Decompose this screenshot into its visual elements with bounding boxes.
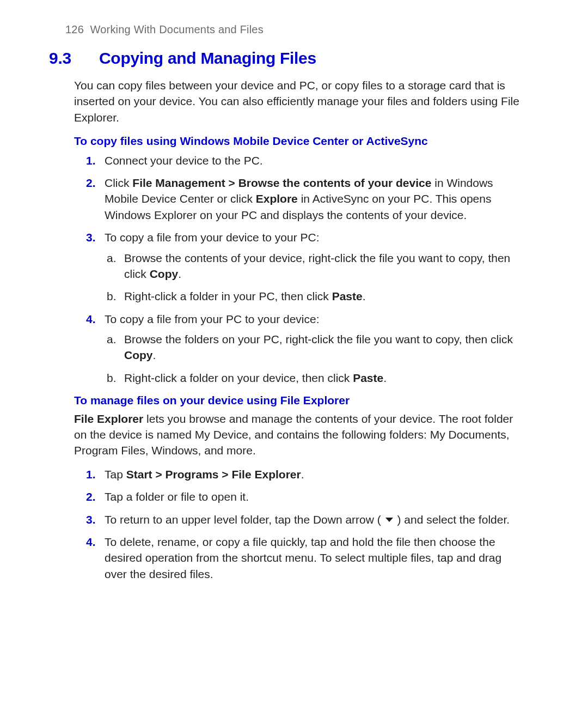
list-text: Right-click a folder in your PC, then cl…: [124, 290, 366, 302]
list-marker: a.: [107, 331, 117, 347]
list-marker: 1.: [86, 153, 96, 168]
list-marker: b.: [107, 370, 117, 386]
section-intro: You can copy files between your device a…: [74, 77, 525, 125]
list-text: Connect your device to the PC.: [105, 154, 263, 167]
list-marker: 3.: [86, 229, 96, 245]
section-heading: 9.3Copying and Managing Files: [99, 47, 525, 70]
list-text: To copy a file from your device to your …: [105, 231, 320, 244]
section-number: 9.3: [74, 47, 99, 70]
document-page: 126 Working With Documents and Files 9.3…: [0, 0, 588, 610]
section-title: Copying and Managing Files: [99, 49, 316, 67]
chapter-title: Working With Documents and Files: [90, 23, 264, 35]
list-item: 3. To copy a file from your device to yo…: [83, 229, 525, 305]
list-item: 3. To return to an upper level folder, t…: [83, 512, 525, 527]
list-text: To delete, rename, or copy a file quickl…: [105, 536, 501, 580]
list-text: Browse the contents of your device, righ…: [124, 252, 510, 280]
list-marker: b.: [107, 288, 117, 304]
list-item: a. Browse the contents of your device, r…: [105, 250, 525, 282]
list-marker: 2.: [86, 175, 96, 191]
page-number: 126: [65, 23, 84, 35]
sub-list: a. Browse the contents of your device, r…: [105, 250, 525, 305]
procedure-heading-copy: To copy files using Windows Mobile Devic…: [74, 133, 525, 149]
sub-list: a. Browse the folders on your PC, right-…: [105, 331, 525, 386]
list-item: b. Right-click a folder on your device, …: [105, 370, 525, 386]
procedure-list-copy: 1. Connect your device to the PC. 2. Cli…: [83, 153, 525, 386]
list-marker: 4.: [86, 311, 96, 327]
list-item: b. Right-click a folder in your PC, then…: [105, 288, 525, 304]
down-arrow-icon: [385, 518, 393, 522]
list-marker: 4.: [86, 534, 96, 550]
running-head: 126 Working With Documents and Files: [65, 22, 525, 37]
list-marker: 1.: [86, 466, 96, 482]
list-item: 1. Tap Start > Programs > File Explorer.: [83, 466, 525, 482]
list-item: 2. Click File Management > Browse the co…: [83, 175, 525, 223]
procedure-heading-manage: To manage files on your device using Fil…: [74, 392, 525, 408]
procedure-list-manage: 1. Tap Start > Programs > File Explorer.…: [83, 466, 525, 582]
list-item: 2. Tap a folder or file to open it.: [83, 489, 525, 505]
list-text: Right-click a folder on your device, the…: [124, 372, 387, 384]
list-text: Click File Management > Browse the conte…: [105, 177, 493, 221]
list-marker: a.: [107, 250, 117, 266]
list-text: Tap a folder or file to open it.: [105, 490, 249, 503]
procedure-intro: File Explorer lets you browse and manage…: [74, 411, 525, 459]
list-item: a. Browse the folders on your PC, right-…: [105, 331, 525, 363]
list-item: 4. To delete, rename, or copy a file qui…: [83, 534, 525, 582]
list-text: To return to an upper level folder, tap …: [105, 513, 510, 526]
list-text: Browse the folders on your PC, right-cli…: [124, 333, 513, 361]
list-text: To copy a file from your PC to your devi…: [105, 313, 320, 325]
list-text: Tap Start > Programs > File Explorer.: [105, 468, 304, 481]
list-item: 1. Connect your device to the PC.: [83, 153, 525, 168]
list-marker: 2.: [86, 489, 96, 505]
list-item: 4. To copy a file from your PC to your d…: [83, 311, 525, 386]
list-marker: 3.: [86, 512, 96, 527]
